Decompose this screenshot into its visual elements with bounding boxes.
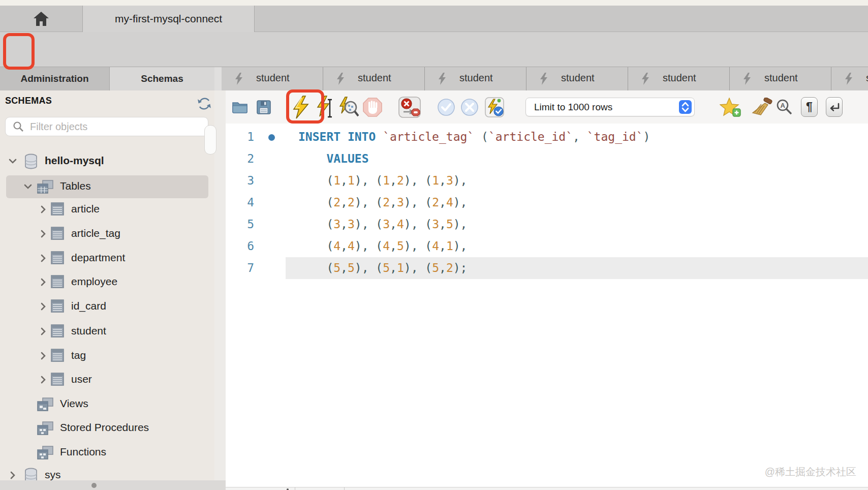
- tree-item-label: Tables: [60, 180, 91, 192]
- editor-tab-label: student: [256, 72, 290, 84]
- stop-query-button[interactable]: [362, 90, 383, 124]
- chevron-right-icon[interactable]: [39, 375, 48, 384]
- tree-item-functions[interactable]: Functions: [0, 441, 214, 464]
- chevron-right-icon[interactable]: [39, 351, 48, 360]
- tree-item-label: Views: [60, 397, 88, 410]
- filter-objects-input[interactable]: Filter objects: [5, 117, 208, 136]
- tree-item-user[interactable]: user: [0, 369, 214, 391]
- chevron-right-icon[interactable]: [8, 471, 17, 480]
- query-bolt-icon: [845, 73, 853, 87]
- refresh-schemas-button[interactable]: [197, 97, 211, 111]
- tree-item-article[interactable]: article: [0, 198, 214, 221]
- titlebar-strip: [0, 0, 868, 6]
- refresh-icon: [197, 97, 211, 111]
- tree-item-tables[interactable]: Tables: [0, 175, 214, 198]
- code-line-3[interactable]: 3 (1,1), (1,2), (1,3),: [226, 170, 868, 192]
- home-tab[interactable]: [0, 6, 83, 32]
- code-line-5[interactable]: 5 (3,3), (3,4), (3,5),: [226, 213, 868, 235]
- code-line-4[interactable]: 4 (2,2), (2,3), (2,4),: [226, 192, 868, 213]
- select-stepper[interactable]: [679, 100, 692, 114]
- tree-item-id-card[interactable]: id_card: [0, 295, 214, 318]
- execute-current-statement-button[interactable]: [316, 90, 333, 124]
- chevron-right-icon[interactable]: [39, 302, 48, 311]
- editor-tab-student-4[interactable]: student: [526, 67, 628, 90]
- connection-tab[interactable]: my-first-mysql-connect: [83, 6, 255, 32]
- code-line-7[interactable]: 7 (5,5), (5,1), (5,2);: [226, 257, 868, 279]
- splitter-collapse-handle[interactable]: [204, 125, 216, 155]
- save-snippet-button[interactable]: [720, 90, 741, 124]
- explain-plan-button[interactable]: [338, 90, 359, 124]
- code-line-6[interactable]: 6 (4,4), (4,5), (4,1),: [226, 235, 868, 257]
- table-icon: [51, 226, 64, 242]
- toggle-word-wrap-button[interactable]: [826, 90, 843, 124]
- execute-button[interactable]: [292, 90, 310, 124]
- window-tab-bar: my-first-mysql-connect: [0, 6, 868, 32]
- find-button[interactable]: A: [777, 90, 793, 124]
- table-icon: [51, 274, 64, 291]
- search-icon: [13, 121, 24, 132]
- query-bolt-icon: [235, 73, 243, 87]
- chevron-right-icon[interactable]: [39, 327, 48, 336]
- line-number: 6: [226, 235, 254, 257]
- svg-text:A: A: [781, 102, 786, 109]
- toggle-stop-on-error-button[interactable]: [398, 90, 421, 124]
- rollback-button[interactable]: [460, 90, 479, 124]
- editor-tab-student-3[interactable]: student: [425, 67, 526, 90]
- tree-item-label: department: [71, 252, 125, 264]
- query-bolt-icon: [540, 73, 548, 87]
- editor-tab-student-2[interactable]: student: [323, 67, 425, 90]
- scrollbar-thumb[interactable]: [91, 483, 97, 488]
- save-button[interactable]: [257, 90, 271, 124]
- tables-folder-icon: [37, 180, 54, 196]
- wrap-return-icon: [828, 101, 841, 114]
- limit-rows-select[interactable]: Limit to 1000 rows: [525, 98, 695, 116]
- code-line-1[interactable]: 1INSERT INTO `article_tag` (`article_id`…: [226, 126, 868, 148]
- chevron-down-icon[interactable]: [23, 182, 33, 191]
- query-bolt-icon: [336, 73, 345, 87]
- editor-tab-student-7[interactable]: student: [831, 67, 868, 90]
- main-toolbar: SQL SQL i: [0, 32, 868, 67]
- code-text: VALUES: [298, 148, 368, 170]
- tree-item-hello-mysql[interactable]: hello-mysql: [0, 150, 214, 172]
- sidebar-horizontal-scrollbar[interactable]: [0, 480, 226, 490]
- stepper-chevrons-icon: [679, 100, 692, 114]
- tab-administration[interactable]: Administration: [0, 67, 110, 90]
- chevron-down-icon[interactable]: [8, 157, 17, 166]
- toggle-invisibles-button[interactable]: ¶: [801, 90, 818, 124]
- tree-item-department[interactable]: department: [0, 247, 214, 269]
- commit-check-icon: [437, 98, 455, 116]
- tab-schemas[interactable]: Schemas: [110, 67, 214, 90]
- chevron-right-icon[interactable]: [39, 229, 48, 238]
- chevron-right-icon[interactable]: [39, 205, 48, 214]
- tree-item-label: employee: [71, 275, 117, 288]
- editor-tab-student-5[interactable]: student: [628, 67, 730, 90]
- open-file-button[interactable]: [232, 90, 248, 124]
- tree-item-label: student: [71, 325, 106, 337]
- tree-item-tag[interactable]: tag: [0, 345, 214, 367]
- sql-code-editor[interactable]: 1INSERT INTO `article_tag` (`article_id`…: [226, 124, 868, 487]
- tab-strip-gap: [214, 67, 222, 90]
- line-number: 3: [226, 170, 254, 192]
- toggle-autocommit-button[interactable]: [485, 90, 504, 124]
- editor-tab-student-6[interactable]: student: [730, 67, 831, 90]
- chevron-right-icon[interactable]: [39, 278, 48, 287]
- code-text: INSERT INTO `article_tag` (`article_id`,…: [298, 126, 650, 148]
- tree-item-views[interactable]: Views: [0, 393, 214, 415]
- query-bolt-icon: [641, 73, 649, 87]
- commit-button[interactable]: [437, 90, 455, 124]
- tree-item-stored-procedures[interactable]: Stored Procedures: [0, 417, 214, 439]
- chevron-right-icon[interactable]: [39, 254, 48, 263]
- editor-tab-label: student: [764, 72, 798, 84]
- code-line-2[interactable]: 2 VALUES: [226, 148, 868, 170]
- tree-item-article-tag[interactable]: article_tag: [0, 223, 214, 245]
- tree-item-student[interactable]: student: [0, 320, 214, 343]
- editor-tab-student-1[interactable]: student: [222, 67, 323, 90]
- line-number: 1: [226, 126, 254, 148]
- query-bolt-icon: [743, 73, 751, 87]
- beautify-button[interactable]: [751, 90, 773, 124]
- tree-item-label: user: [71, 373, 92, 385]
- tree-item-employee[interactable]: employee: [0, 271, 214, 293]
- tree-item-label: tag: [71, 349, 86, 361]
- tree-item-label: article_tag: [71, 227, 120, 239]
- table-icon: [51, 348, 64, 364]
